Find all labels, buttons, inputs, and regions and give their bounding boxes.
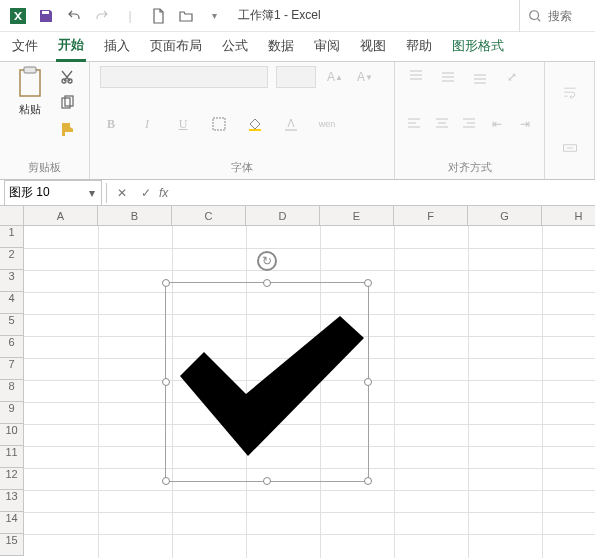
row-header[interactable]: 2 xyxy=(0,248,24,270)
tab-page-layout[interactable]: 页面布局 xyxy=(148,33,204,60)
align-right-icon xyxy=(461,113,479,135)
underline-button: U xyxy=(172,113,194,135)
new-file-icon[interactable] xyxy=(146,4,170,28)
svg-rect-2 xyxy=(20,70,40,96)
search-box[interactable] xyxy=(519,0,589,32)
font-size-select xyxy=(276,66,316,88)
resize-handle-se[interactable] xyxy=(364,477,372,485)
decrease-font-icon: A▼ xyxy=(354,66,376,88)
search-input[interactable] xyxy=(548,9,582,23)
row-header[interactable]: 10 xyxy=(0,424,24,446)
formula-bar-input[interactable] xyxy=(176,182,595,204)
col-header[interactable]: H xyxy=(542,206,595,226)
checkmark-shape[interactable] xyxy=(180,316,364,456)
save-icon[interactable] xyxy=(34,4,58,28)
column-headers[interactable]: A B C D E F G H xyxy=(24,206,595,226)
resize-handle-w[interactable] xyxy=(162,378,170,386)
tab-home[interactable]: 开始 xyxy=(56,32,86,62)
resize-handle-s[interactable] xyxy=(263,477,271,485)
phonetic-button: wen xyxy=(316,113,338,135)
resize-handle-ne[interactable] xyxy=(364,279,372,287)
cancel-formula-icon[interactable]: ✕ xyxy=(111,182,133,204)
decrease-indent-icon: ⇤ xyxy=(488,113,506,135)
row-header[interactable]: 13 xyxy=(0,490,24,512)
row-header[interactable]: 12 xyxy=(0,468,24,490)
svg-rect-3 xyxy=(24,67,36,73)
row-header[interactable]: 9 xyxy=(0,402,24,424)
tab-formulas[interactable]: 公式 xyxy=(220,33,250,60)
undo-icon[interactable] xyxy=(62,4,86,28)
tab-shape-format[interactable]: 图形格式 xyxy=(450,33,506,60)
col-header[interactable]: C xyxy=(172,206,246,226)
svg-rect-9 xyxy=(249,129,261,131)
row-header[interactable]: 4 xyxy=(0,292,24,314)
excel-app-icon xyxy=(6,4,30,28)
col-header[interactable]: G xyxy=(468,206,542,226)
app-title: 工作簿1 - Excel xyxy=(238,7,321,24)
col-header[interactable]: D xyxy=(246,206,320,226)
ribbon-tabs: 文件 开始 插入 页面布局 公式 数据 审阅 视图 帮助 图形格式 xyxy=(0,32,595,62)
name-box[interactable]: ▾ xyxy=(4,180,102,206)
group-font: A▲ A▼ B I U wen 字体 xyxy=(90,62,395,179)
row-header[interactable]: 3 xyxy=(0,270,24,292)
group-alignment: ⤢ ⇤ ⇥ 对齐方式 xyxy=(395,62,545,179)
font-family-select xyxy=(100,66,268,88)
col-header[interactable]: A xyxy=(24,206,98,226)
group-clipboard-label: 剪贴板 xyxy=(10,160,79,177)
fx-label[interactable]: fx xyxy=(159,186,168,200)
resize-handle-sw[interactable] xyxy=(162,477,170,485)
cut-icon[interactable] xyxy=(56,66,78,88)
merge-center-icon xyxy=(559,137,581,159)
select-all-corner[interactable] xyxy=(0,206,24,226)
align-center-icon xyxy=(433,113,451,135)
quickbar-customize-icon[interactable]: ▾ xyxy=(202,4,226,28)
font-color-button xyxy=(280,113,302,135)
paste-label: 粘贴 xyxy=(19,102,41,117)
search-icon xyxy=(528,9,542,23)
row-header[interactable]: 5 xyxy=(0,314,24,336)
resize-handle-nw[interactable] xyxy=(162,279,170,287)
group-font-label: 字体 xyxy=(100,160,384,177)
align-middle-icon xyxy=(437,66,459,88)
increase-font-icon: A▲ xyxy=(324,66,346,88)
resize-handle-e[interactable] xyxy=(364,378,372,386)
svg-point-1 xyxy=(530,10,539,19)
fill-color-button[interactable] xyxy=(244,113,266,135)
tab-view[interactable]: 视图 xyxy=(358,33,388,60)
name-box-input[interactable] xyxy=(5,182,83,204)
resize-handle-n[interactable] xyxy=(263,279,271,287)
paste-button[interactable]: 粘贴 xyxy=(10,66,50,117)
formula-bar-row: ▾ ✕ ✓ fx xyxy=(0,180,595,206)
group-clipboard: 粘贴 剪贴板 xyxy=(0,62,90,179)
col-header[interactable]: B xyxy=(98,206,172,226)
row-header[interactable]: 1 xyxy=(0,226,24,248)
align-left-icon xyxy=(405,113,423,135)
tab-insert[interactable]: 插入 xyxy=(102,33,132,60)
rotate-handle-icon[interactable]: ↻ xyxy=(257,251,277,271)
align-top-icon xyxy=(405,66,427,88)
enter-formula-icon[interactable]: ✓ xyxy=(135,182,157,204)
row-header[interactable]: 11 xyxy=(0,446,24,468)
tab-data[interactable]: 数据 xyxy=(266,33,296,60)
redo-icon[interactable] xyxy=(90,4,114,28)
name-box-dropdown-icon[interactable]: ▾ xyxy=(83,186,101,200)
row-header[interactable]: 6 xyxy=(0,336,24,358)
row-header[interactable]: 8 xyxy=(0,380,24,402)
quickbar-sep: | xyxy=(118,4,142,28)
italic-button: I xyxy=(136,113,158,135)
open-folder-icon[interactable] xyxy=(174,4,198,28)
copy-icon[interactable] xyxy=(56,92,78,114)
svg-rect-8 xyxy=(213,118,225,130)
tab-file[interactable]: 文件 xyxy=(10,33,40,60)
row-header[interactable]: 7 xyxy=(0,358,24,380)
col-header[interactable]: F xyxy=(394,206,468,226)
row-header[interactable]: 15 xyxy=(0,534,24,556)
row-header[interactable]: 14 xyxy=(0,512,24,534)
group-wrap xyxy=(545,62,595,179)
border-button[interactable] xyxy=(208,113,230,135)
tab-help[interactable]: 帮助 xyxy=(404,33,434,60)
col-header[interactable]: E xyxy=(320,206,394,226)
row-headers[interactable]: 1 2 3 4 5 6 7 8 9 10 11 12 13 14 15 xyxy=(0,226,24,558)
tab-review[interactable]: 审阅 xyxy=(312,33,342,60)
format-painter-icon[interactable] xyxy=(56,118,78,140)
